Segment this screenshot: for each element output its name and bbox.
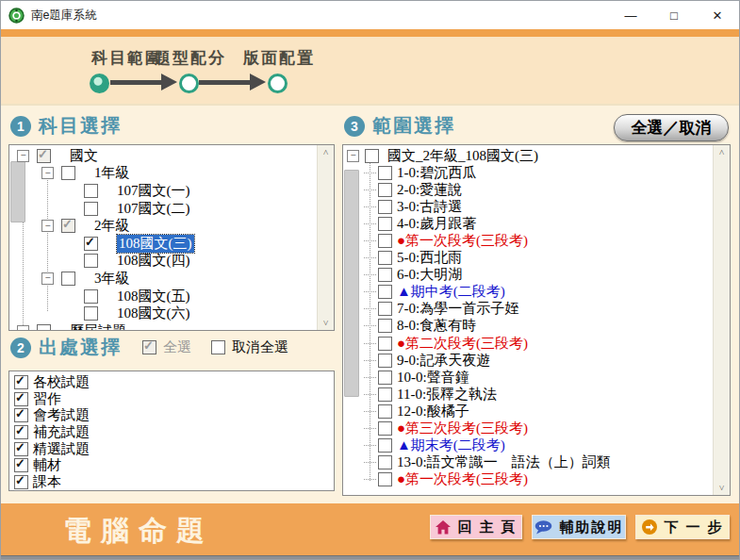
tree-item-label[interactable]: 10-0:聲音鐘: [397, 369, 469, 387]
checkbox[interactable]: [37, 324, 51, 331]
tree-root-item[interactable]: 國文_2年級_108國文(三): [343, 147, 730, 164]
toggle-all-button[interactable]: 全選／取消: [614, 114, 729, 141]
select-all-checkbox[interactable]: [142, 340, 156, 354]
checkbox[interactable]: [84, 237, 98, 251]
collapse-icon[interactable]: [41, 272, 54, 285]
source-item[interactable]: 會考試題: [9, 407, 334, 424]
checkbox[interactable]: [378, 251, 392, 265]
tree-item-lesson[interactable]: 12-0:酸橘子: [343, 403, 730, 420]
checkbox[interactable]: [378, 371, 392, 385]
tree-item-label[interactable]: 11-0:張釋之執法: [397, 386, 497, 404]
checkbox[interactable]: [378, 337, 392, 351]
source-item-label[interactable]: 補充試題: [33, 423, 90, 441]
tree-item-label[interactable]: 5-0:西北雨: [397, 249, 462, 267]
tree-item-lesson[interactable]: 13-0:語文常識一 語法（上）詞類: [343, 454, 730, 471]
source-item-label[interactable]: 會考試題: [33, 406, 90, 424]
tree-item-label[interactable]: ●第三次段考(三段考): [397, 420, 528, 437]
checkbox[interactable]: [14, 425, 28, 439]
tree-item-label[interactable]: 108國文(三): [117, 235, 194, 253]
checkbox[interactable]: [14, 475, 28, 489]
checkbox[interactable]: [84, 184, 98, 198]
tree-item-label[interactable]: 108國文(六): [117, 305, 190, 322]
tree-item-label[interactable]: 107國文(二): [117, 200, 190, 218]
tree-root-label[interactable]: 國文_2年級_108國文(三): [387, 147, 538, 165]
checkbox[interactable]: [378, 404, 392, 419]
tree-item-lesson[interactable]: 3-0:古詩選: [343, 198, 730, 215]
collapse-icon[interactable]: [347, 150, 359, 162]
tree-item-label[interactable]: ●第二次段考(三段考): [397, 335, 528, 353]
deselect-all-checkbox[interactable]: [211, 340, 225, 354]
tree-item-label[interactable]: 4-0:歲月跟著: [397, 215, 476, 233]
source-item[interactable]: 各校試題: [9, 374, 334, 391]
tree-item-label[interactable]: 107國文(一): [117, 182, 190, 200]
tree-item-label[interactable]: 13-0:語文常識一 語法（上）詞類: [397, 453, 611, 471]
source-item[interactable]: 課本: [9, 474, 334, 491]
help-button[interactable]: 輔助說明: [532, 515, 626, 539]
checkbox[interactable]: [378, 387, 392, 402]
tree-item-label[interactable]: 7-0:為學一首示子姪: [397, 300, 518, 318]
tree-item-exam[interactable]: ●第一次段考(三段考): [343, 471, 730, 488]
tree-item-label[interactable]: 2年級: [94, 217, 130, 235]
tree-item-lesson[interactable]: 1-0:碧沉西瓜: [343, 164, 730, 181]
tree-item-grade[interactable]: 1年級: [9, 165, 334, 183]
tree-item-lesson[interactable]: 8-0:食蔥有時: [343, 318, 730, 335]
checkbox[interactable]: [84, 254, 98, 268]
tree-item-label[interactable]: 3年級: [94, 270, 130, 288]
checkbox[interactable]: [14, 408, 28, 422]
tree-item-book[interactable]: 107國文(一): [9, 182, 334, 200]
source-item[interactable]: 輔材: [9, 457, 334, 474]
checkbox[interactable]: [84, 289, 98, 304]
checkbox[interactable]: [378, 302, 392, 316]
collapse-icon[interactable]: [41, 220, 54, 232]
tree-item-label[interactable]: 3-0:古詩選: [397, 198, 462, 216]
tree-item-label[interactable]: 8-0:食蔥有時: [397, 317, 476, 335]
tree-item-past-exams[interactable]: 歷屆試題: [9, 322, 334, 331]
checkbox[interactable]: [61, 272, 75, 286]
tree-item-label[interactable]: 國文: [70, 147, 98, 165]
checkbox[interactable]: [378, 183, 392, 197]
tree-item-exam[interactable]: ●第一次段考(三段考): [343, 232, 730, 249]
collapse-icon[interactable]: [17, 150, 29, 162]
tree-item-label[interactable]: ●第一次段考(三段考): [397, 470, 528, 488]
checkbox[interactable]: [378, 166, 392, 180]
tree-item-label[interactable]: 108國文(四): [117, 252, 190, 270]
checkbox[interactable]: [14, 458, 28, 472]
tree-item-exam[interactable]: ●第三次段考(三段考): [343, 420, 730, 437]
maximize-button[interactable]: □: [652, 1, 696, 29]
checkbox[interactable]: [378, 438, 392, 453]
tree-item-exam[interactable]: ●第二次段考(三段考): [343, 335, 730, 352]
tree-item-book[interactable]: 108國文(四): [9, 253, 334, 271]
checkbox[interactable]: [378, 200, 392, 214]
checkbox[interactable]: [378, 354, 392, 368]
checkbox[interactable]: [378, 319, 392, 333]
checkbox[interactable]: [378, 217, 392, 231]
tree-item-book[interactable]: 108國文(六): [9, 305, 334, 322]
tree-item-lesson[interactable]: 5-0:西北雨: [343, 250, 730, 267]
checkbox[interactable]: [84, 202, 98, 216]
tree-item-book-selected[interactable]: 108國文(三): [9, 235, 334, 253]
tree-item-subject[interactable]: 國文: [9, 147, 334, 165]
checkbox[interactable]: [14, 442, 28, 456]
source-item[interactable]: 補充試題: [9, 424, 334, 441]
tree-item-book[interactable]: 107國文(二): [9, 200, 334, 218]
checkbox[interactable]: [84, 306, 98, 321]
source-item[interactable]: 精選試題: [9, 440, 334, 457]
checkbox[interactable]: [14, 392, 28, 406]
source-item-label[interactable]: 各校試題: [33, 373, 90, 391]
minimize-button[interactable]: —: [609, 1, 652, 29]
checkbox[interactable]: [61, 219, 75, 233]
close-button[interactable]: ✕: [696, 1, 739, 29]
checkbox[interactable]: [378, 455, 392, 469]
checkbox[interactable]: [378, 472, 392, 486]
next-step-button[interactable]: 下 一 步: [635, 515, 730, 539]
tree-item-grade[interactable]: 3年級: [9, 270, 334, 288]
tree-item-grade[interactable]: 2年級: [9, 217, 334, 235]
tree-item-lesson[interactable]: 10-0:聲音鐘: [343, 369, 730, 386]
tree-item-lesson[interactable]: 6-0:大明湖: [343, 267, 730, 284]
tree-item-label[interactable]: 9-0:記承天夜遊: [397, 352, 490, 370]
tree-item-label[interactable]: ●第一次段考(三段考): [397, 232, 528, 250]
tree-item-exam[interactable]: ▲期中考(二段考): [343, 284, 730, 301]
tree-item-book[interactable]: 108國文(五): [9, 288, 334, 305]
checkbox[interactable]: [61, 166, 75, 180]
tree-item-lesson[interactable]: 7-0:為學一首示子姪: [343, 301, 730, 318]
